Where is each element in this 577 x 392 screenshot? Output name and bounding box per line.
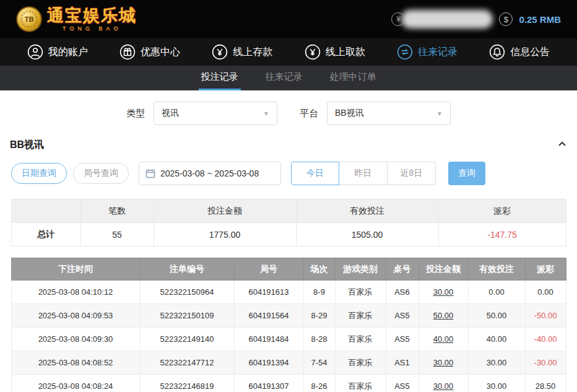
cell-round-id: 604191394 <box>234 351 303 375</box>
type-select[interactable]: 视讯 ▼ <box>154 102 277 125</box>
records-table: 下注时间 注单编号 局号 场次 游戏类别 桌号 投注金额 有效投注 派彩 202… <box>11 258 566 392</box>
summary-header-row: 笔数 投注金额 有效投注 派彩 <box>11 199 566 223</box>
cell-session: 7-54 <box>303 351 335 375</box>
nav-item-transaction-records[interactable]: 往来记录 <box>397 44 458 60</box>
cell-bet-amount-link[interactable]: 40.00 <box>419 328 468 351</box>
cell-valid-bet: 40.00 <box>468 328 525 351</box>
yesterday-button[interactable]: 昨日 <box>339 162 388 185</box>
summary-payout: -147.75 <box>438 223 566 246</box>
table-row: 2025-03-08 04:09:53 522322150109 6041915… <box>11 304 566 328</box>
cell-round-id: 604191484 <box>234 328 303 351</box>
type-label: 类型 <box>126 108 145 120</box>
date-query-button[interactable]: 日期查询 <box>11 163 67 184</box>
cell-order-id: 522322150109 <box>140 304 234 328</box>
summary-count: 55 <box>80 223 154 246</box>
cell-payout: 0.00 <box>525 281 566 304</box>
summary-header-cell: 有效投注 <box>296 199 438 223</box>
withdraw-coin-icon <box>305 44 321 60</box>
cell-bet-time: 2025-03-08 04:10:12 <box>11 281 140 304</box>
nav-item-label: 往来记录 <box>418 46 458 59</box>
logo-title: 通宝娱乐城 <box>47 7 137 24</box>
cell-payout: -40.00 <box>525 328 566 351</box>
logo-subtitle: TONG BAO <box>47 26 137 32</box>
nav-item-label: 线上存款 <box>233 46 272 59</box>
cell-valid-bet: 50.00 <box>468 304 525 328</box>
records-header-row: 下注时间 注单编号 局号 场次 游戏类别 桌号 投注金额 有效投注 派彩 <box>11 258 566 281</box>
dollar-icon: $ <box>499 12 513 26</box>
cell-bet-amount-link[interactable]: 30.00 <box>419 281 468 304</box>
platform-label: 平台 <box>300 108 318 120</box>
cell-payout: -50.00 <box>525 304 566 328</box>
summary-header-cell: 派彩 <box>438 199 566 223</box>
user-icon <box>27 44 43 60</box>
cell-bet-time: 2025-03-08 04:09:30 <box>11 328 140 351</box>
tab-label: 处理中订单 <box>330 71 376 83</box>
cell-table-id: AS5 <box>386 375 419 392</box>
redacted-username <box>401 10 493 28</box>
cell-order-id: 522322147712 <box>140 351 234 375</box>
calendar-icon <box>145 168 155 178</box>
table-row: 2025-03-08 04:08:52 522322147712 6041913… <box>11 351 566 375</box>
date-range-value: 2025-03-08 ~ 2025-03-08 <box>160 168 259 178</box>
cell-valid-bet: 30.00 <box>468 375 525 392</box>
summary-total-label: 总计 <box>11 223 80 246</box>
cell-round-id: 604191613 <box>234 281 303 304</box>
records-header-cell: 局号 <box>234 258 303 281</box>
cell-bet-amount-link[interactable]: 30.00 <box>419 375 468 392</box>
tab-transaction-records[interactable]: 往来记录 <box>263 66 305 90</box>
cell-bet-time: 2025-03-08 04:08:52 <box>11 351 140 375</box>
section-title: BB视讯 <box>10 139 44 152</box>
cell-table-id: AS5 <box>386 304 419 328</box>
cell-game-type: 百家乐 <box>335 351 386 375</box>
search-button[interactable]: 查询 <box>448 162 485 185</box>
quick-range-group: 今日 昨日 近8日 <box>291 162 436 185</box>
nav-item-online-withdrawal[interactable]: 线上取款 <box>305 44 365 60</box>
last8days-button[interactable]: 近8日 <box>388 162 436 185</box>
filter-row: 类型 视讯 ▼ 平台 BB视讯 ▼ <box>0 102 577 125</box>
nav-item-my-account[interactable]: 我的账户 <box>27 44 88 60</box>
main-nav: 我的账户 优惠中心 线上存款 线上取款 往来记录 信息公告 <box>0 38 577 66</box>
nav-item-online-deposit[interactable]: 线上存款 <box>212 44 272 60</box>
today-label: 今日 <box>306 168 324 179</box>
round-query-button[interactable]: 局号查询 <box>73 163 129 184</box>
cell-bet-time: 2025-03-08 04:09:53 <box>11 304 140 328</box>
nav-item-label: 优惠中心 <box>141 46 180 59</box>
records-header-cell: 派彩 <box>525 258 566 281</box>
nav-item-announcements[interactable]: 信息公告 <box>489 44 550 60</box>
round-query-label: 局号查询 <box>84 168 118 179</box>
yesterday-label: 昨日 <box>355 168 372 179</box>
records-header-cell: 注单编号 <box>140 258 234 281</box>
tab-label: 往来记录 <box>266 71 303 83</box>
records-icon <box>397 44 413 60</box>
today-button[interactable]: 今日 <box>291 162 339 185</box>
cell-bet-time: 2025-03-08 04:08:24 <box>11 375 140 392</box>
bell-icon <box>489 44 505 60</box>
cell-bet-amount-link[interactable]: 50.00 <box>419 304 468 328</box>
tab-pending-orders[interactable]: 处理中订单 <box>328 66 379 90</box>
cell-bet-amount-link[interactable]: 30.00 <box>419 351 468 375</box>
cell-round-id: 604191564 <box>234 304 303 328</box>
nav-item-label: 我的账户 <box>48 46 88 59</box>
platform-select[interactable]: BB视讯 ▼ <box>327 102 451 125</box>
logo-coin-text: TB <box>21 11 37 27</box>
cell-game-type: 百家乐 <box>335 304 386 328</box>
chevron-up-icon[interactable] <box>557 139 567 152</box>
cell-order-id: 522322150964 <box>140 281 234 304</box>
cell-session: 8-9 <box>303 281 335 304</box>
nav-item-promotions[interactable]: 优惠中心 <box>119 44 180 60</box>
brand-logo[interactable]: TB 通宝娱乐城 TONG BAO <box>16 6 137 32</box>
platform-select-value: BB视讯 <box>335 108 364 119</box>
last8days-label: 近8日 <box>401 168 423 179</box>
cell-order-id: 522322146819 <box>140 375 234 392</box>
date-range-input[interactable]: 2025-03-08 ~ 2025-03-08 <box>139 162 281 185</box>
tab-bet-records[interactable]: 投注记录 <box>199 66 241 90</box>
records-header-cell: 场次 <box>303 258 335 281</box>
cell-valid-bet: 30.00 <box>468 351 525 375</box>
type-select-value: 视讯 <box>162 108 179 119</box>
cell-session: 8-26 <box>303 375 335 392</box>
cell-session: 8-28 <box>303 328 335 351</box>
summary-valid-bet: 1505.00 <box>296 223 438 246</box>
table-row: 2025-03-08 04:08:24 522322146819 6041913… <box>11 375 566 392</box>
gift-icon <box>119 44 136 60</box>
records-header-cell: 有效投注 <box>468 258 525 281</box>
